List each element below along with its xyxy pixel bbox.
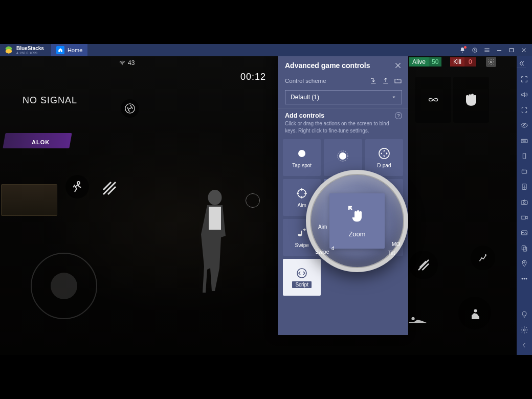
- skill-slot-fist[interactable]: [453, 77, 489, 123]
- no-signal-text: NO SIGNAL: [23, 95, 77, 106]
- alive-label: Alive: [409, 57, 429, 66]
- skill-slot-infinity[interactable]: [415, 77, 451, 123]
- scheme-label: Control scheme: [285, 78, 326, 84]
- tile-dpad[interactable]: D-pad: [365, 139, 403, 176]
- more-icon[interactable]: [520, 274, 529, 283]
- slash-effect-icon: [99, 178, 120, 198]
- alive-value: 50: [429, 57, 441, 66]
- svg-point-19: [122, 64, 123, 65]
- svg-rect-12: [522, 246, 525, 250]
- svg-rect-4: [521, 139, 527, 143]
- maximize-button[interactable]: [506, 45, 517, 55]
- target-circle[interactable]: [246, 193, 260, 208]
- alive-chip: Alive 50: [409, 57, 441, 67]
- game-viewport[interactable]: 43 00:12 NO SIGNAL Alive 50 Kill 0 A: [0, 56, 517, 355]
- panel-title: Advanced game controls: [285, 61, 370, 70]
- svg-point-24: [485, 254, 486, 256]
- close-button[interactable]: [519, 45, 529, 55]
- location-icon[interactable]: [520, 259, 529, 268]
- export-scheme-icon[interactable]: [382, 77, 390, 85]
- tile-label: Swipe: [295, 242, 309, 248]
- collapse-sidebar-icon[interactable]: [517, 59, 526, 68]
- import-scheme-icon[interactable]: [369, 77, 378, 85]
- svg-point-14: [524, 262, 525, 263]
- sprint-button[interactable]: [65, 175, 89, 198]
- keyboard-icon[interactable]: [520, 136, 529, 145]
- add-controls-hint: Click or drag the actions on the screen …: [278, 120, 408, 137]
- tile-script[interactable]: Script: [283, 259, 321, 296]
- expand-icon[interactable]: [520, 105, 529, 115]
- camera-icon[interactable]: [520, 197, 529, 207]
- open-folder-icon[interactable]: [394, 77, 402, 85]
- minimize-button[interactable]: [494, 45, 504, 55]
- rotate-icon[interactable]: [520, 167, 529, 176]
- svg-rect-10: [521, 216, 526, 219]
- tile-label: Tap spot: [292, 163, 312, 168]
- svg-point-15: [522, 278, 523, 279]
- joystick[interactable]: [31, 253, 97, 319]
- svg-rect-8: [521, 201, 527, 204]
- install-apk-icon[interactable]: [520, 182, 529, 191]
- svg-point-3: [523, 124, 525, 126]
- settings-icon[interactable]: [520, 325, 529, 335]
- svg-point-22: [208, 190, 222, 205]
- fullscreen-icon[interactable]: [520, 75, 529, 84]
- scene-crate: [1, 184, 57, 216]
- back-icon[interactable]: [520, 341, 529, 350]
- svg-rect-23: [209, 207, 221, 230]
- side-toolbar: [517, 56, 532, 355]
- kill-value: 0: [464, 57, 476, 66]
- scheme-select[interactable]: Default (1): [285, 90, 402, 104]
- home-icon: [56, 46, 64, 54]
- aim-icon: [296, 187, 308, 199]
- device-icon[interactable]: [520, 151, 529, 161]
- hamburger-menu-icon[interactable]: [482, 45, 492, 55]
- add-controls-title: Add controls: [285, 112, 324, 119]
- magnified-label: Zoom: [348, 230, 365, 238]
- tab-home[interactable]: Home: [51, 44, 87, 56]
- tab-home-label: Home: [68, 47, 82, 53]
- match-timer: 00:12: [240, 72, 266, 82]
- titlebar: BlueStacks 4.150.0.1099 Home $: [0, 44, 532, 56]
- scheme-select-value: Default (1): [291, 94, 319, 101]
- crouch-button[interactable]: [458, 297, 491, 329]
- script-icon: [296, 267, 308, 279]
- tile-tap-spot[interactable]: Tap spot: [283, 139, 321, 176]
- aim-button[interactable]: [471, 246, 495, 270]
- panel-close-button[interactable]: [394, 61, 402, 70]
- logo-block: BlueStacks 4.150.0.1099: [0, 44, 48, 56]
- svg-point-9: [523, 202, 525, 204]
- volume-icon[interactable]: [520, 90, 529, 99]
- kill-chip: Kill 0: [450, 57, 476, 67]
- peek-moba: MO: [392, 241, 400, 247]
- kill-label: Kill: [450, 57, 464, 66]
- svg-point-27: [339, 152, 346, 160]
- eye-icon[interactable]: [520, 121, 529, 130]
- svg-point-25: [411, 317, 414, 320]
- svg-point-20: [490, 61, 492, 63]
- notifications-icon[interactable]: [457, 45, 468, 55]
- video-icon[interactable]: [520, 213, 529, 222]
- prone-button[interactable]: [404, 312, 435, 327]
- magnifier-overlay: Zoom Aim Swipe Tilt MO d: [306, 170, 408, 272]
- media-icon[interactable]: [520, 228, 529, 237]
- tile-label: D-pad: [377, 163, 391, 168]
- magnified-tile-zoom: Zoom: [329, 193, 385, 249]
- peek-d: d: [331, 246, 335, 251]
- help-icon[interactable]: ?: [395, 112, 402, 119]
- svg-rect-13: [523, 247, 527, 251]
- svg-rect-5: [523, 153, 525, 159]
- wifi-indicator: 43: [119, 59, 135, 66]
- player-silhouette: [189, 184, 240, 307]
- fire-button[interactable]: [409, 251, 438, 279]
- chevron-down-icon: [391, 95, 396, 100]
- emote-button[interactable]: [121, 99, 139, 118]
- brand-text: BlueStacks: [16, 46, 44, 51]
- bulb-icon[interactable]: [520, 310, 529, 319]
- copy-icon[interactable]: [520, 243, 529, 253]
- repeated-tap-icon: [337, 150, 349, 162]
- coins-icon[interactable]: $: [470, 45, 480, 55]
- wifi-value: 43: [128, 59, 135, 66]
- game-settings-icon[interactable]: [486, 57, 496, 67]
- svg-point-18: [523, 329, 525, 331]
